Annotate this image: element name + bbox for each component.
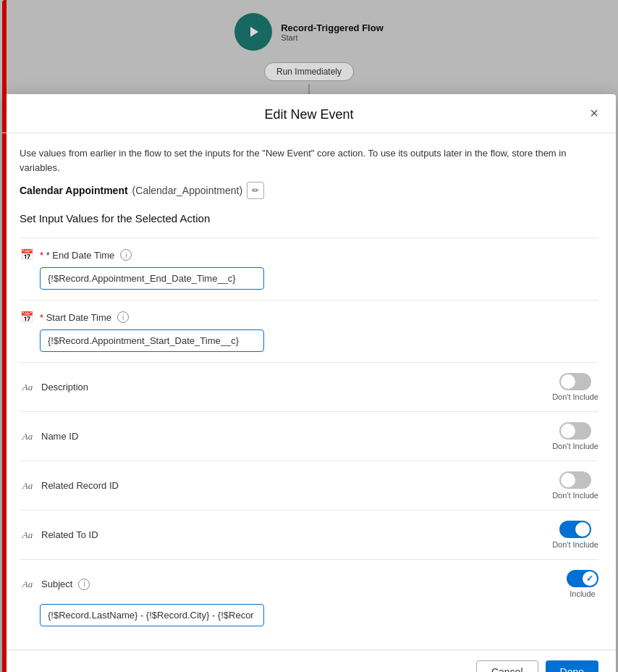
related-to-id-label: Related To ID bbox=[41, 529, 98, 540]
subject-toggle-knob: ✓ bbox=[583, 571, 597, 586]
calendar-label-bold: Calendar Appointment bbox=[20, 185, 128, 196]
name-id-label: Name ID bbox=[41, 431, 78, 442]
calendar-label-sub: (Calendar_Appointment) bbox=[132, 185, 243, 196]
related-to-id-left: Aa Related To ID bbox=[20, 529, 98, 541]
modal-wrapper: Edit New Event × Use values from earlier… bbox=[2, 0, 616, 672]
end-datetime-label: * * End Date Time bbox=[40, 250, 114, 261]
start-date-time-header: 📅 * Start Date Time i bbox=[20, 311, 598, 324]
name-id-toggle[interactable] bbox=[559, 422, 591, 440]
name-id-left: Aa Name ID bbox=[20, 431, 78, 442]
end-datetime-info-icon[interactable]: i bbox=[120, 249, 132, 261]
modal-header: Edit New Event × bbox=[2, 94, 616, 133]
end-datetime-input[interactable] bbox=[40, 267, 264, 290]
end-date-time-section: 📅 * * End Date Time i bbox=[20, 238, 598, 300]
description-label: Description bbox=[41, 382, 88, 392]
description-toggle[interactable] bbox=[559, 373, 591, 390]
modal-close-button[interactable]: × bbox=[584, 104, 604, 124]
related-record-id-type-icon: Aa bbox=[20, 480, 35, 492]
related-to-id-toggle-right: Don't Include bbox=[552, 521, 598, 549]
modal-overlay: Edit New Event × Use values from earlier… bbox=[0, 0, 618, 672]
related-record-id-toggle-knob bbox=[561, 473, 575, 487]
calendar-edit-button[interactable]: ✏ bbox=[247, 182, 264, 199]
subject-header: Aa Subject i bbox=[20, 579, 90, 590]
name-id-toggle-right: Don't Include bbox=[552, 422, 598, 450]
related-to-id-toggle-knob bbox=[575, 522, 590, 537]
cancel-button[interactable]: Cancel bbox=[476, 660, 538, 672]
name-id-type-icon: Aa bbox=[20, 431, 35, 442]
modal-dialog: Edit New Event × Use values from earlier… bbox=[2, 94, 616, 672]
subject-info-icon[interactable]: i bbox=[78, 579, 90, 590]
description-toggle-knob bbox=[561, 374, 575, 389]
description-type-icon: Aa bbox=[20, 382, 35, 393]
start-datetime-info-icon[interactable]: i bbox=[117, 311, 129, 323]
related-record-id-toggle-right: Don't Include bbox=[552, 471, 598, 500]
calendar-appointment-row: Calendar Appointment (Calendar_Appointme… bbox=[20, 182, 598, 199]
modal-body: Use values from earlier in the flow to s… bbox=[2, 133, 616, 650]
subject-toggle[interactable]: ✓ bbox=[567, 570, 598, 587]
name-id-toggle-label: Don't Include bbox=[552, 442, 598, 450]
description-left: Aa Description bbox=[20, 382, 88, 393]
modal-footer: Cancel Done bbox=[2, 650, 616, 672]
start-datetime-label: * Start Date Time bbox=[40, 312, 111, 323]
related-record-id-label: Related Record ID bbox=[41, 480, 119, 491]
start-datetime-required-star: * bbox=[40, 312, 43, 323]
end-datetime-calendar-icon: 📅 bbox=[20, 248, 34, 261]
related-to-id-toggle-label: Don't Include bbox=[552, 540, 598, 549]
subject-label: Subject bbox=[41, 579, 72, 589]
name-id-row: Aa Name ID Don't Include bbox=[20, 411, 598, 461]
related-to-id-toggle[interactable] bbox=[559, 521, 591, 538]
name-id-toggle-knob bbox=[561, 424, 575, 438]
subject-toggle-right: ✓ Include bbox=[567, 570, 598, 598]
related-to-id-type-icon: Aa bbox=[20, 529, 35, 541]
modal-description: Use values from earlier in the flow to s… bbox=[20, 146, 598, 175]
related-record-id-toggle-label: Don't Include bbox=[552, 491, 598, 500]
start-date-time-section: 📅 * Start Date Time i bbox=[20, 300, 598, 362]
subject-type-icon: Aa bbox=[20, 579, 35, 590]
end-datetime-required-star: * bbox=[40, 250, 43, 261]
related-record-id-toggle[interactable] bbox=[559, 471, 591, 489]
subject-toggle-label: Include bbox=[570, 589, 595, 598]
related-record-id-row: Aa Related Record ID Don't Include bbox=[20, 461, 598, 510]
done-button[interactable]: Done bbox=[546, 660, 598, 672]
section-title: Set Input Values for the Selected Action bbox=[20, 212, 598, 224]
end-date-time-header: 📅 * * End Date Time i bbox=[20, 248, 598, 261]
subject-check-mark: ✓ bbox=[586, 574, 593, 584]
related-to-id-row: Aa Related To ID Don't Include bbox=[20, 510, 598, 559]
related-record-id-left: Aa Related Record ID bbox=[20, 480, 119, 492]
subject-input[interactable] bbox=[40, 604, 264, 626]
subject-section: Aa Subject i ✓ Inc bbox=[20, 559, 598, 637]
description-row: Aa Description Don't Include bbox=[20, 362, 598, 411]
description-toggle-right: Don't Include bbox=[552, 373, 598, 401]
modal-title: Edit New Event bbox=[264, 107, 353, 122]
start-datetime-calendar-icon: 📅 bbox=[20, 311, 34, 324]
start-datetime-input[interactable] bbox=[40, 329, 264, 352]
description-toggle-label: Don't Include bbox=[552, 392, 598, 401]
